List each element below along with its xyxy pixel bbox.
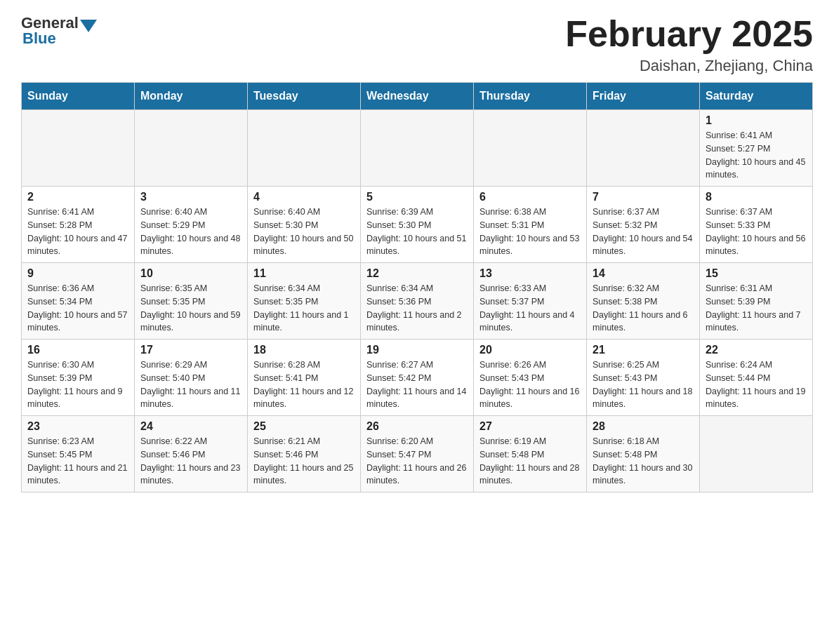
- day-number: 15: [706, 267, 807, 280]
- day-number: 24: [140, 420, 241, 433]
- calendar-cell: 25Sunrise: 6:21 AMSunset: 5:46 PMDayligh…: [248, 416, 361, 492]
- calendar-cell: 21Sunrise: 6:25 AMSunset: 5:43 PMDayligh…: [587, 340, 700, 416]
- calendar-week-row: 2Sunrise: 6:41 AMSunset: 5:28 PMDaylight…: [22, 187, 813, 263]
- calendar-cell: 13Sunrise: 6:33 AMSunset: 5:37 PMDayligh…: [474, 263, 587, 340]
- title-block: February 2025 Daishan, Zhejiang, China: [565, 14, 813, 75]
- day-info: Sunrise: 6:28 AMSunset: 5:41 PMDaylight:…: [253, 360, 353, 409]
- weekday-header-monday: Monday: [135, 83, 248, 110]
- day-info: Sunrise: 6:37 AMSunset: 5:32 PMDaylight:…: [593, 207, 692, 256]
- day-info: Sunrise: 6:34 AMSunset: 5:35 PMDaylight:…: [253, 283, 349, 333]
- day-info: Sunrise: 6:30 AMSunset: 5:39 PMDaylight:…: [27, 360, 123, 409]
- day-info: Sunrise: 6:40 AMSunset: 5:30 PMDaylight:…: [253, 207, 353, 256]
- day-number: 25: [253, 420, 355, 433]
- day-info: Sunrise: 6:18 AMSunset: 5:48 PMDaylight:…: [593, 436, 692, 485]
- calendar-cell: 26Sunrise: 6:20 AMSunset: 5:47 PMDayligh…: [361, 416, 474, 492]
- calendar-cell: 24Sunrise: 6:22 AMSunset: 5:46 PMDayligh…: [135, 416, 248, 492]
- day-number: 3: [140, 191, 241, 203]
- day-info: Sunrise: 6:31 AMSunset: 5:39 PMDaylight:…: [706, 283, 801, 333]
- day-number: 12: [366, 267, 468, 280]
- day-number: 6: [479, 191, 581, 203]
- logo: General Blue: [21, 14, 97, 48]
- day-info: Sunrise: 6:26 AMSunset: 5:43 PMDaylight:…: [479, 360, 579, 409]
- day-info: Sunrise: 6:29 AMSunset: 5:40 PMDaylight:…: [140, 360, 240, 409]
- calendar-cell: [474, 110, 587, 187]
- day-info: Sunrise: 6:33 AMSunset: 5:37 PMDaylight:…: [479, 283, 575, 333]
- day-number: 27: [479, 420, 581, 433]
- day-number: 20: [479, 344, 581, 356]
- day-number: 17: [140, 344, 241, 356]
- day-info: Sunrise: 6:32 AMSunset: 5:38 PMDaylight:…: [593, 283, 688, 333]
- day-info: Sunrise: 6:24 AMSunset: 5:44 PMDaylight:…: [706, 360, 805, 409]
- calendar-cell: 18Sunrise: 6:28 AMSunset: 5:41 PMDayligh…: [248, 340, 361, 416]
- calendar-cell: 10Sunrise: 6:35 AMSunset: 5:35 PMDayligh…: [135, 263, 248, 340]
- calendar-table: SundayMondayTuesdayWednesdayThursdayFrid…: [21, 82, 813, 492]
- calendar-cell: 4Sunrise: 6:40 AMSunset: 5:30 PMDaylight…: [248, 187, 361, 263]
- logo-arrow-icon: [80, 20, 97, 32]
- day-number: 10: [140, 267, 241, 280]
- calendar-cell: [361, 110, 474, 187]
- weekday-header-sunday: Sunday: [22, 83, 135, 110]
- day-number: 4: [253, 191, 355, 203]
- page-header: General Blue February 2025 Daishan, Zhej…: [21, 14, 813, 75]
- location-title: Daishan, Zhejiang, China: [565, 57, 813, 75]
- day-info: Sunrise: 6:19 AMSunset: 5:48 PMDaylight:…: [479, 436, 579, 485]
- weekday-header-saturday: Saturday: [700, 83, 813, 110]
- month-title: February 2025: [565, 14, 813, 54]
- day-info: Sunrise: 6:22 AMSunset: 5:46 PMDaylight:…: [140, 436, 240, 485]
- day-number: 5: [366, 191, 468, 203]
- day-info: Sunrise: 6:25 AMSunset: 5:43 PMDaylight:…: [593, 360, 692, 409]
- day-number: 9: [27, 267, 128, 280]
- weekday-header-friday: Friday: [587, 83, 700, 110]
- day-info: Sunrise: 6:41 AMSunset: 5:28 PMDaylight:…: [27, 207, 127, 256]
- day-info: Sunrise: 6:23 AMSunset: 5:45 PMDaylight:…: [27, 436, 127, 485]
- calendar-cell: [587, 110, 700, 187]
- calendar-cell: 17Sunrise: 6:29 AMSunset: 5:40 PMDayligh…: [135, 340, 248, 416]
- calendar-cell: 3Sunrise: 6:40 AMSunset: 5:29 PMDaylight…: [135, 187, 248, 263]
- day-info: Sunrise: 6:27 AMSunset: 5:42 PMDaylight:…: [366, 360, 466, 409]
- calendar-cell: 19Sunrise: 6:27 AMSunset: 5:42 PMDayligh…: [361, 340, 474, 416]
- calendar-cell: 20Sunrise: 6:26 AMSunset: 5:43 PMDayligh…: [474, 340, 587, 416]
- day-info: Sunrise: 6:40 AMSunset: 5:29 PMDaylight:…: [140, 207, 240, 256]
- calendar-cell: 14Sunrise: 6:32 AMSunset: 5:38 PMDayligh…: [587, 263, 700, 340]
- day-info: Sunrise: 6:37 AMSunset: 5:33 PMDaylight:…: [706, 207, 805, 256]
- day-number: 14: [593, 267, 694, 280]
- calendar-cell: 22Sunrise: 6:24 AMSunset: 5:44 PMDayligh…: [700, 340, 813, 416]
- calendar-cell: 2Sunrise: 6:41 AMSunset: 5:28 PMDaylight…: [22, 187, 135, 263]
- day-number: 1: [706, 114, 807, 127]
- calendar-cell: [248, 110, 361, 187]
- calendar-cell: 16Sunrise: 6:30 AMSunset: 5:39 PMDayligh…: [22, 340, 135, 416]
- weekday-header-wednesday: Wednesday: [361, 83, 474, 110]
- calendar-cell: 6Sunrise: 6:38 AMSunset: 5:31 PMDaylight…: [474, 187, 587, 263]
- logo-blue-label: Blue: [21, 29, 56, 48]
- day-info: Sunrise: 6:34 AMSunset: 5:36 PMDaylight:…: [366, 283, 462, 333]
- calendar-week-row: 9Sunrise: 6:36 AMSunset: 5:34 PMDaylight…: [22, 263, 813, 340]
- day-number: 23: [27, 420, 128, 433]
- day-number: 19: [366, 344, 468, 356]
- calendar-header-row: SundayMondayTuesdayWednesdayThursdayFrid…: [22, 83, 813, 110]
- day-info: Sunrise: 6:41 AMSunset: 5:27 PMDaylight:…: [706, 130, 805, 180]
- day-number: 7: [593, 191, 694, 203]
- day-info: Sunrise: 6:20 AMSunset: 5:47 PMDaylight:…: [366, 436, 466, 485]
- day-number: 2: [27, 191, 128, 203]
- calendar-week-row: 23Sunrise: 6:23 AMSunset: 5:45 PMDayligh…: [22, 416, 813, 492]
- calendar-cell: [22, 110, 135, 187]
- day-number: 16: [27, 344, 128, 356]
- calendar-cell: [700, 416, 813, 492]
- calendar-week-row: 16Sunrise: 6:30 AMSunset: 5:39 PMDayligh…: [22, 340, 813, 416]
- day-number: 11: [253, 267, 355, 280]
- calendar-cell: 28Sunrise: 6:18 AMSunset: 5:48 PMDayligh…: [587, 416, 700, 492]
- day-info: Sunrise: 6:38 AMSunset: 5:31 PMDaylight:…: [479, 207, 579, 256]
- calendar-week-row: 1Sunrise: 6:41 AMSunset: 5:27 PMDaylight…: [22, 110, 813, 187]
- day-number: 13: [479, 267, 581, 280]
- day-number: 21: [593, 344, 694, 356]
- day-info: Sunrise: 6:39 AMSunset: 5:30 PMDaylight:…: [366, 207, 466, 256]
- calendar-cell: [135, 110, 248, 187]
- day-info: Sunrise: 6:35 AMSunset: 5:35 PMDaylight:…: [140, 283, 240, 333]
- calendar-cell: 7Sunrise: 6:37 AMSunset: 5:32 PMDaylight…: [587, 187, 700, 263]
- day-number: 8: [706, 191, 807, 203]
- day-number: 28: [593, 420, 694, 433]
- day-number: 22: [706, 344, 807, 356]
- day-info: Sunrise: 6:36 AMSunset: 5:34 PMDaylight:…: [27, 283, 127, 333]
- calendar-cell: 11Sunrise: 6:34 AMSunset: 5:35 PMDayligh…: [248, 263, 361, 340]
- weekday-header-tuesday: Tuesday: [248, 83, 361, 110]
